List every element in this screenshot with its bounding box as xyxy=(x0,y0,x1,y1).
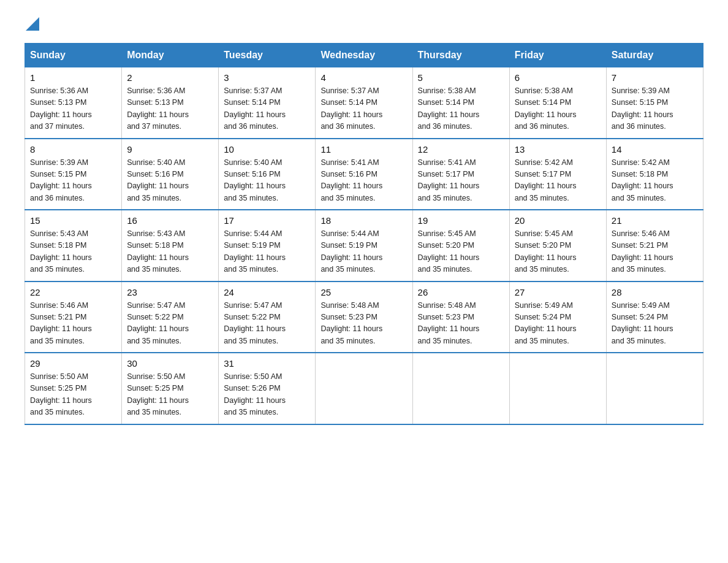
day-number: 22 xyxy=(30,287,116,297)
day-number: 16 xyxy=(127,215,213,226)
logo xyxy=(25,18,39,31)
day-number: 5 xyxy=(418,72,504,83)
day-info: Sunrise: 5:50 AMSunset: 5:25 PMDaylight:… xyxy=(30,371,116,419)
day-number: 7 xyxy=(612,72,698,83)
week-row-2: 8 Sunrise: 5:39 AMSunset: 5:15 PMDayligh… xyxy=(25,139,703,210)
day-info: Sunrise: 5:50 AMSunset: 5:26 PMDaylight:… xyxy=(224,371,310,419)
day-info: Sunrise: 5:39 AMSunset: 5:15 PMDaylight:… xyxy=(30,157,116,205)
day-number: 26 xyxy=(418,287,504,297)
day-info: Sunrise: 5:38 AMSunset: 5:14 PMDaylight:… xyxy=(418,85,504,133)
day-number: 10 xyxy=(224,144,310,155)
svg-marker-0 xyxy=(26,17,39,31)
day-info: Sunrise: 5:41 AMSunset: 5:17 PMDaylight:… xyxy=(418,157,504,205)
day-info: Sunrise: 5:46 AMSunset: 5:21 PMDaylight:… xyxy=(30,300,116,348)
day-cell: 30 Sunrise: 5:50 AMSunset: 5:25 PMDaylig… xyxy=(122,353,219,424)
day-number: 29 xyxy=(30,358,116,369)
day-number: 11 xyxy=(320,144,407,155)
day-info: Sunrise: 5:49 AMSunset: 5:24 PMDaylight:… xyxy=(515,300,601,348)
day-cell: 20 Sunrise: 5:45 AMSunset: 5:20 PMDaylig… xyxy=(509,210,606,282)
day-cell: 11 Sunrise: 5:41 AMSunset: 5:16 PMDaylig… xyxy=(316,139,412,210)
day-cell: 23 Sunrise: 5:47 AMSunset: 5:22 PMDaylig… xyxy=(122,282,219,353)
day-cell: 9 Sunrise: 5:40 AMSunset: 5:16 PMDayligh… xyxy=(122,139,219,210)
day-number: 9 xyxy=(127,144,213,155)
day-info: Sunrise: 5:38 AMSunset: 5:14 PMDaylight:… xyxy=(515,85,601,133)
header-day-saturday: Saturday xyxy=(606,44,703,67)
day-number: 17 xyxy=(224,215,310,226)
day-info: Sunrise: 5:44 AMSunset: 5:19 PMDaylight:… xyxy=(224,228,310,276)
day-number: 1 xyxy=(30,72,116,83)
day-info: Sunrise: 5:45 AMSunset: 5:20 PMDaylight:… xyxy=(418,228,504,276)
day-number: 6 xyxy=(515,72,601,83)
day-info: Sunrise: 5:48 AMSunset: 5:23 PMDaylight:… xyxy=(418,300,504,348)
day-info: Sunrise: 5:43 AMSunset: 5:18 PMDaylight:… xyxy=(30,228,116,276)
header-day-monday: Monday xyxy=(122,44,219,67)
day-cell: 21 Sunrise: 5:46 AMSunset: 5:21 PMDaylig… xyxy=(606,210,703,282)
day-cell: 19 Sunrise: 5:45 AMSunset: 5:20 PMDaylig… xyxy=(412,210,509,282)
day-number: 31 xyxy=(224,358,310,369)
day-cell xyxy=(509,353,606,424)
calendar-table: SundayMondayTuesdayWednesdayThursdayFrid… xyxy=(25,43,703,425)
day-number: 8 xyxy=(30,144,116,155)
day-info: Sunrise: 5:37 AMSunset: 5:14 PMDaylight:… xyxy=(320,85,407,133)
day-info: Sunrise: 5:39 AMSunset: 5:15 PMDaylight:… xyxy=(612,85,698,133)
day-info: Sunrise: 5:49 AMSunset: 5:24 PMDaylight:… xyxy=(612,300,698,348)
day-info: Sunrise: 5:43 AMSunset: 5:18 PMDaylight:… xyxy=(127,228,213,276)
day-cell: 17 Sunrise: 5:44 AMSunset: 5:19 PMDaylig… xyxy=(219,210,316,282)
logo-arrow-icon xyxy=(26,17,39,31)
day-cell: 3 Sunrise: 5:37 AMSunset: 5:14 PMDayligh… xyxy=(219,67,316,139)
day-number: 28 xyxy=(612,287,698,297)
week-row-5: 29 Sunrise: 5:50 AMSunset: 5:25 PMDaylig… xyxy=(25,353,703,424)
day-cell: 12 Sunrise: 5:41 AMSunset: 5:17 PMDaylig… xyxy=(412,139,509,210)
day-info: Sunrise: 5:47 AMSunset: 5:22 PMDaylight:… xyxy=(127,300,213,348)
day-cell: 28 Sunrise: 5:49 AMSunset: 5:24 PMDaylig… xyxy=(606,282,703,353)
day-number: 23 xyxy=(127,287,213,297)
day-number: 2 xyxy=(127,72,213,83)
day-cell xyxy=(316,353,412,424)
day-info: Sunrise: 5:40 AMSunset: 5:16 PMDaylight:… xyxy=(127,157,213,205)
day-number: 15 xyxy=(30,215,116,226)
page-header xyxy=(25,18,703,31)
header-day-thursday: Thursday xyxy=(412,44,509,67)
day-info: Sunrise: 5:36 AMSunset: 5:13 PMDaylight:… xyxy=(30,85,116,133)
header-day-tuesday: Tuesday xyxy=(219,44,316,67)
day-number: 4 xyxy=(320,72,407,83)
day-cell: 26 Sunrise: 5:48 AMSunset: 5:23 PMDaylig… xyxy=(412,282,509,353)
day-cell xyxy=(412,353,509,424)
day-info: Sunrise: 5:44 AMSunset: 5:19 PMDaylight:… xyxy=(320,228,407,276)
header-row: SundayMondayTuesdayWednesdayThursdayFrid… xyxy=(25,44,703,67)
day-cell xyxy=(606,353,703,424)
day-number: 3 xyxy=(224,72,310,83)
day-number: 24 xyxy=(224,287,310,297)
day-number: 30 xyxy=(127,358,213,369)
day-cell: 14 Sunrise: 5:42 AMSunset: 5:18 PMDaylig… xyxy=(606,139,703,210)
day-cell: 18 Sunrise: 5:44 AMSunset: 5:19 PMDaylig… xyxy=(316,210,412,282)
day-cell: 27 Sunrise: 5:49 AMSunset: 5:24 PMDaylig… xyxy=(509,282,606,353)
day-info: Sunrise: 5:36 AMSunset: 5:13 PMDaylight:… xyxy=(127,85,213,133)
day-cell: 22 Sunrise: 5:46 AMSunset: 5:21 PMDaylig… xyxy=(25,282,122,353)
day-info: Sunrise: 5:42 AMSunset: 5:17 PMDaylight:… xyxy=(515,157,601,205)
header-day-sunday: Sunday xyxy=(25,44,122,67)
header-day-wednesday: Wednesday xyxy=(316,44,412,67)
day-cell: 15 Sunrise: 5:43 AMSunset: 5:18 PMDaylig… xyxy=(25,210,122,282)
day-info: Sunrise: 5:37 AMSunset: 5:14 PMDaylight:… xyxy=(224,85,310,133)
day-cell: 29 Sunrise: 5:50 AMSunset: 5:25 PMDaylig… xyxy=(25,353,122,424)
day-info: Sunrise: 5:42 AMSunset: 5:18 PMDaylight:… xyxy=(612,157,698,205)
day-cell: 10 Sunrise: 5:40 AMSunset: 5:16 PMDaylig… xyxy=(219,139,316,210)
day-number: 20 xyxy=(515,215,601,226)
day-info: Sunrise: 5:48 AMSunset: 5:23 PMDaylight:… xyxy=(320,300,407,348)
day-info: Sunrise: 5:47 AMSunset: 5:22 PMDaylight:… xyxy=(224,300,310,348)
header-day-friday: Friday xyxy=(509,44,606,67)
day-info: Sunrise: 5:40 AMSunset: 5:16 PMDaylight:… xyxy=(224,157,310,205)
day-info: Sunrise: 5:41 AMSunset: 5:16 PMDaylight:… xyxy=(320,157,407,205)
day-info: Sunrise: 5:50 AMSunset: 5:25 PMDaylight:… xyxy=(127,371,213,419)
week-row-3: 15 Sunrise: 5:43 AMSunset: 5:18 PMDaylig… xyxy=(25,210,703,282)
day-number: 18 xyxy=(320,215,407,226)
day-cell: 1 Sunrise: 5:36 AMSunset: 5:13 PMDayligh… xyxy=(25,67,122,139)
day-info: Sunrise: 5:45 AMSunset: 5:20 PMDaylight:… xyxy=(515,228,601,276)
week-row-4: 22 Sunrise: 5:46 AMSunset: 5:21 PMDaylig… xyxy=(25,282,703,353)
day-cell: 4 Sunrise: 5:37 AMSunset: 5:14 PMDayligh… xyxy=(316,67,412,139)
day-cell: 8 Sunrise: 5:39 AMSunset: 5:15 PMDayligh… xyxy=(25,139,122,210)
day-cell: 25 Sunrise: 5:48 AMSunset: 5:23 PMDaylig… xyxy=(316,282,412,353)
day-cell: 13 Sunrise: 5:42 AMSunset: 5:17 PMDaylig… xyxy=(509,139,606,210)
day-number: 12 xyxy=(418,144,504,155)
